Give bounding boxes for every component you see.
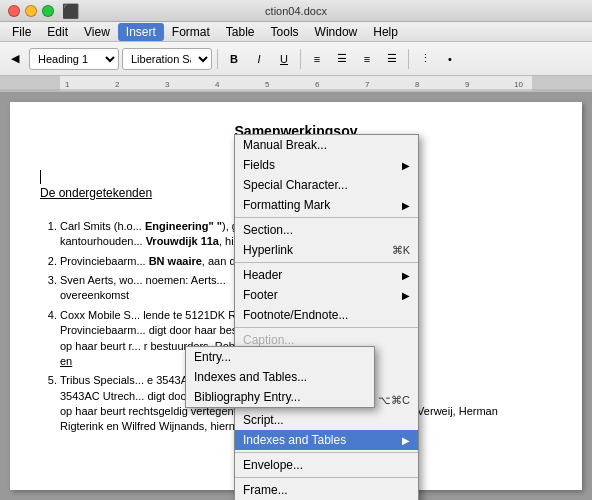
menu-separator bbox=[235, 477, 418, 478]
menu-separator bbox=[235, 262, 418, 263]
menu-separator bbox=[235, 452, 418, 453]
menu-table[interactable]: Table bbox=[218, 23, 263, 41]
svg-text:8: 8 bbox=[415, 80, 420, 89]
svg-text:7: 7 bbox=[365, 80, 370, 89]
font-select[interactable]: Liberation Sa bbox=[122, 48, 212, 70]
indexes-submenu-indexes-tables[interactable]: Indexes and Tables... bbox=[186, 367, 374, 387]
minimize-button[interactable] bbox=[25, 5, 37, 17]
toolbar-back[interactable]: ◀ bbox=[4, 48, 26, 70]
toolbar-numbering[interactable]: ⋮ bbox=[414, 48, 436, 70]
toolbar-bold[interactable]: B bbox=[223, 48, 245, 70]
menu-item-formatting-mark[interactable]: Formatting Mark ▶ bbox=[235, 195, 418, 215]
title-bar: ⬛ ction04.docx bbox=[0, 0, 592, 22]
indexes-submenu-bibliography[interactable]: Bibliography Entry... bbox=[186, 387, 374, 407]
menu-separator bbox=[235, 217, 418, 218]
menu-format[interactable]: Format bbox=[164, 23, 218, 41]
menu-item-frame[interactable]: Frame... bbox=[235, 480, 418, 500]
doc-underline-text: De ondergetekenden bbox=[40, 186, 152, 200]
ruler: 1 2 3 4 5 6 7 8 9 10 bbox=[0, 76, 592, 92]
menu-item-footnote-endnote[interactable]: Footnote/Endnote... bbox=[235, 305, 418, 325]
toolbar-sep-2 bbox=[300, 49, 301, 69]
menu-item-fields[interactable]: Fields ▶ bbox=[235, 155, 418, 175]
toolbar-sep-3 bbox=[408, 49, 409, 69]
toolbar-sep-1 bbox=[217, 49, 218, 69]
menu-edit[interactable]: Edit bbox=[39, 23, 76, 41]
toolbar-align-justify[interactable]: ☰ bbox=[381, 48, 403, 70]
toolbar-italic[interactable]: I bbox=[248, 48, 270, 70]
submenu-arrow: ▶ bbox=[402, 200, 410, 211]
submenu-arrow: ▶ bbox=[402, 270, 410, 281]
shortcut-text: ⌥⌘C bbox=[378, 394, 410, 407]
toolbar: ◀ Heading 1 Liberation Sa B I U ≡ ☰ ≡ ☰ … bbox=[0, 42, 592, 76]
content-area: Samenwerkingsov De ondergetekenden Carl … bbox=[0, 92, 592, 500]
app-icon: ⬛ bbox=[62, 3, 79, 19]
menu-item-footer[interactable]: Footer ▶ bbox=[235, 285, 418, 305]
menu-item-script[interactable]: Script... bbox=[235, 410, 418, 430]
submenu-arrow: ▶ bbox=[402, 290, 410, 301]
menu-item-indexes-tables[interactable]: Indexes and Tables ▶ bbox=[235, 430, 418, 450]
svg-text:6: 6 bbox=[315, 80, 320, 89]
submenu-arrow: ▶ bbox=[402, 160, 410, 171]
toolbar-bullets[interactable]: • bbox=[439, 48, 461, 70]
toolbar-align-right[interactable]: ≡ bbox=[356, 48, 378, 70]
indexes-submenu[interactable]: Entry... Indexes and Tables... Bibliogra… bbox=[185, 346, 375, 408]
text-cursor bbox=[40, 170, 41, 184]
menu-bar: File Edit View Insert Format Table Tools… bbox=[0, 22, 592, 42]
menu-view[interactable]: View bbox=[76, 23, 118, 41]
svg-rect-1 bbox=[532, 76, 592, 91]
menu-item-hyperlink[interactable]: Hyperlink ⌘K bbox=[235, 240, 418, 260]
menu-separator bbox=[235, 327, 418, 328]
insert-menu-dropdown[interactable]: Manual Break... Fields ▶ Special Charact… bbox=[234, 134, 419, 500]
menu-item-header[interactable]: Header ▶ bbox=[235, 265, 418, 285]
menu-help[interactable]: Help bbox=[365, 23, 406, 41]
svg-text:10: 10 bbox=[514, 80, 523, 89]
toolbar-align-left[interactable]: ≡ bbox=[306, 48, 328, 70]
menu-insert[interactable]: Insert bbox=[118, 23, 164, 41]
heading-select[interactable]: Heading 1 bbox=[29, 48, 119, 70]
svg-text:1: 1 bbox=[65, 80, 70, 89]
window-title: ction04.docx bbox=[265, 5, 327, 17]
svg-text:3: 3 bbox=[165, 80, 170, 89]
maximize-button[interactable] bbox=[42, 5, 54, 17]
svg-text:5: 5 bbox=[265, 80, 270, 89]
svg-text:4: 4 bbox=[215, 80, 220, 89]
menu-item-envelope[interactable]: Envelope... bbox=[235, 455, 418, 475]
toolbar-align-center[interactable]: ☰ bbox=[331, 48, 353, 70]
shortcut-text: ⌘K bbox=[392, 244, 410, 257]
svg-rect-0 bbox=[0, 76, 60, 91]
menu-item-manual-break[interactable]: Manual Break... bbox=[235, 135, 418, 155]
svg-text:9: 9 bbox=[465, 80, 470, 89]
menu-item-section[interactable]: Section... bbox=[235, 220, 418, 240]
menu-tools[interactable]: Tools bbox=[263, 23, 307, 41]
close-button[interactable] bbox=[8, 5, 20, 17]
submenu-arrow: ▶ bbox=[402, 435, 410, 446]
menu-window[interactable]: Window bbox=[307, 23, 366, 41]
svg-text:2: 2 bbox=[115, 80, 120, 89]
menu-file[interactable]: File bbox=[4, 23, 39, 41]
menu-item-special-character[interactable]: Special Character... bbox=[235, 175, 418, 195]
window-controls[interactable] bbox=[8, 5, 54, 17]
toolbar-underline[interactable]: U bbox=[273, 48, 295, 70]
ruler-marks: 1 2 3 4 5 6 7 8 9 10 bbox=[0, 76, 592, 91]
indexes-submenu-entry[interactable]: Entry... bbox=[186, 347, 374, 367]
